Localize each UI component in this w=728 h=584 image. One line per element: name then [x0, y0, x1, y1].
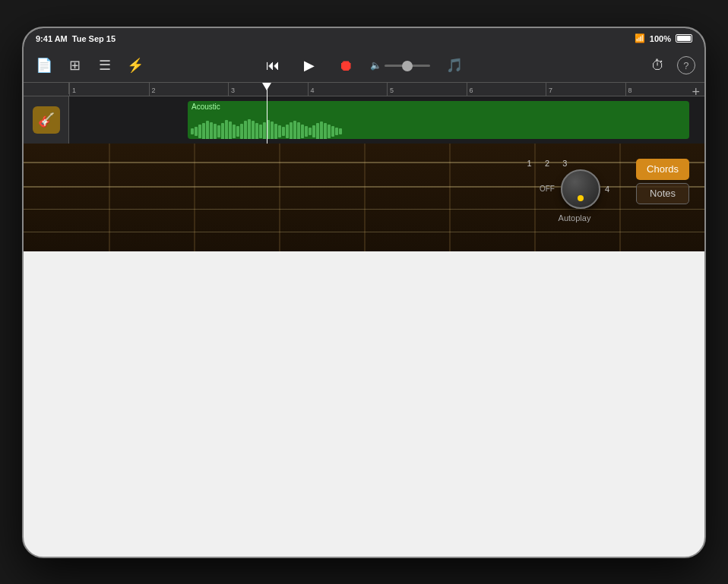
status-left: 9:41 AM Tue Sep 15 — [36, 34, 116, 43]
autoplay-knob[interactable] — [561, 169, 600, 209]
settings-button[interactable]: ⚡ — [124, 54, 147, 77]
track-icon: 🎸 — [33, 106, 60, 134]
volume-slider[interactable]: 🔈 — [370, 60, 430, 71]
rewind-button[interactable]: ⏮ — [261, 53, 285, 77]
autoplay-num-1: 1 — [527, 159, 532, 168]
autoplay-off-label: OFF — [540, 185, 555, 193]
track-content: Acoustic — [69, 96, 704, 144]
tempo-button[interactable]: ⏱ — [647, 54, 669, 77]
ruler-mark-4: 4 — [308, 83, 388, 96]
autoplay-num-3: 3 — [562, 159, 567, 168]
instrument-area: 🎸 Acoustic 1 2 3 OFF 4 — [24, 144, 704, 251]
status-right: 📶 100% — [635, 33, 692, 43]
knob-wrapper: OFF 4 — [540, 169, 609, 209]
autoplay-top-numbers: 1 2 3 — [521, 159, 574, 168]
battery-display: 100% — [650, 34, 671, 43]
toolbar: 📄 ⊞ ☰ ⚡ ⏮ ▶ ⏺ 🔈 🎵 ⏱ ? — [24, 49, 704, 83]
fret-line-1 — [109, 144, 110, 251]
status-bar: 9:41 AM Tue Sep 15 📶 100% — [24, 28, 704, 49]
timeline-ruler: 1 2 3 4 5 6 7 8 + — [24, 83, 704, 96]
knob-dot — [578, 195, 584, 201]
ruler-mark-1: 1 — [69, 83, 149, 96]
record-button[interactable]: ⏺ — [334, 53, 358, 77]
volume-track[interactable] — [385, 65, 430, 67]
track-region[interactable]: Acoustic — [188, 101, 689, 139]
autoplay-label: Autoplay — [559, 213, 591, 223]
new-song-button[interactable]: 📄 — [33, 54, 55, 77]
autoplay-num-2: 2 — [545, 159, 549, 168]
ruler-mark-2: 2 — [149, 83, 229, 96]
playhead-line — [267, 83, 267, 144]
waveform-bars — [188, 112, 689, 139]
track-header: 🎸 — [24, 96, 69, 144]
ruler-mark-7: 7 — [546, 83, 625, 96]
playhead-marker — [262, 83, 271, 90]
chords-button[interactable]: Chords — [636, 159, 689, 180]
autoplay-num-4: 4 — [605, 185, 609, 194]
play-button[interactable]: ▶ — [297, 53, 321, 77]
fret-line-3 — [279, 144, 280, 251]
toolbar-left: 📄 ⊞ ☰ ⚡ — [33, 54, 249, 77]
fret-line-5 — [449, 144, 451, 251]
ruler-mark-5: 5 — [387, 83, 467, 96]
wifi-icon: 📶 — [635, 33, 645, 43]
tracks-area: 🎸 Acoustic — [24, 96, 704, 144]
time-display: 9:41 AM — [36, 34, 68, 43]
autoplay-numbers: 1 2 3 — [521, 159, 628, 168]
fret-line-2 — [194, 144, 195, 251]
battery-fill — [677, 36, 691, 41]
volume-thumb[interactable] — [402, 61, 413, 71]
notes-button[interactable]: Notes — [636, 183, 689, 204]
date-display: Tue Sep 15 — [72, 34, 116, 43]
volume-icon: 🔈 — [370, 60, 381, 71]
help-button[interactable]: ? — [677, 56, 695, 74]
ruler-mark-6: 6 — [467, 83, 546, 96]
toolbar-right: ⏱ ? — [479, 54, 695, 77]
mixer-button[interactable]: ☰ — [93, 54, 116, 77]
autoplay-section: 1 2 3 OFF 4 Autoplay — [521, 159, 628, 223]
ruler-marks: 1 2 3 4 5 6 7 8 — [69, 83, 704, 96]
track-region-label: Acoustic — [188, 101, 689, 112]
string-6 — [24, 232, 704, 232]
timeline-area: 1 2 3 4 5 6 7 8 + 🎸 Acoustic — [24, 83, 704, 144]
chords-notes-section: Chords Notes — [636, 159, 689, 204]
battery-icon — [676, 34, 692, 43]
device-frame: 9:41 AM Tue Sep 15 📶 100% 📄 ⊞ ☰ ⚡ ⏮ ▶ ⏺ … — [22, 27, 706, 558]
metronome-button[interactable]: 🎵 — [442, 53, 467, 77]
fret-line-4 — [364, 144, 366, 251]
tracks-view-button[interactable]: ⊞ — [63, 54, 86, 77]
toolbar-center: ⏮ ▶ ⏺ 🔈 🎵 — [255, 53, 472, 77]
